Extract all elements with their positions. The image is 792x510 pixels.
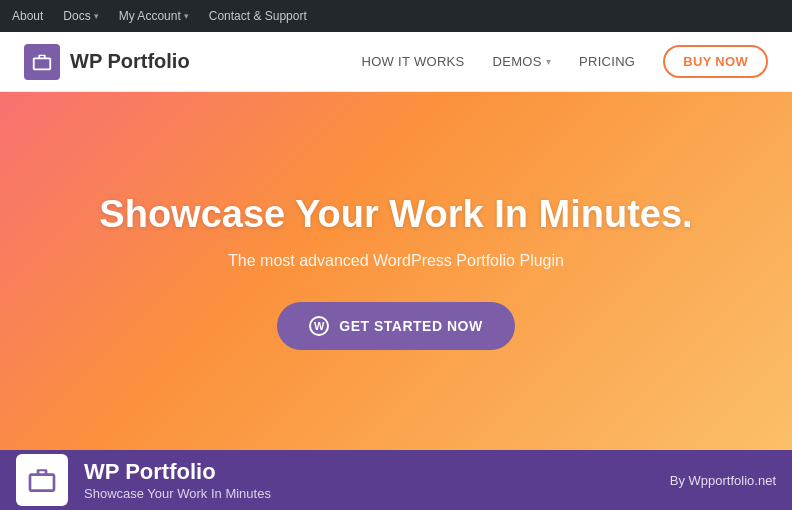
plugin-briefcase-icon (26, 464, 58, 496)
admin-bar-myaccount[interactable]: My Account ▾ (119, 9, 189, 23)
nav-links: HOW IT WORKS DEMOS ▾ PRICING BUY NOW (362, 45, 769, 78)
logo-text: WP Portfolio (70, 50, 190, 73)
plugin-info: WP Portfolio Showcase Your Work In Minut… (84, 459, 654, 500)
logo[interactable]: WP Portfolio (24, 44, 190, 80)
admin-bar-contact-label: Contact & Support (209, 9, 307, 23)
buy-now-button[interactable]: BUY NOW (663, 45, 768, 78)
admin-bar-about[interactable]: About (12, 9, 43, 23)
nav-pricing[interactable]: PRICING (579, 54, 635, 69)
nav-how-it-works[interactable]: HOW IT WORKS (362, 54, 465, 69)
info-bar: WP Portfolio Showcase Your Work In Minut… (0, 450, 792, 510)
chevron-down-icon: ▾ (546, 56, 551, 67)
logo-icon (24, 44, 60, 80)
get-started-button[interactable]: W GET STARTED NOW (277, 302, 514, 350)
hero-section: Showcase Your Work In Minutes. The most … (0, 92, 792, 450)
plugin-author: By Wpportfolio.net (670, 473, 776, 488)
hero-headline: Showcase Your Work In Minutes. (99, 192, 692, 238)
wordpress-icon: W (309, 316, 329, 336)
admin-bar: About Docs ▾ My Account ▾ Contact & Supp… (0, 0, 792, 32)
nav-how-it-works-label: HOW IT WORKS (362, 54, 465, 69)
nav-demos[interactable]: DEMOS ▾ (493, 54, 551, 69)
admin-bar-myaccount-label: My Account (119, 9, 181, 23)
chevron-down-icon: ▾ (94, 11, 99, 21)
get-started-label: GET STARTED NOW (339, 318, 482, 334)
admin-bar-contact[interactable]: Contact & Support (209, 9, 307, 23)
hero-subheadline: The most advanced WordPress Portfolio Pl… (228, 252, 564, 270)
nav-pricing-label: PRICING (579, 54, 635, 69)
main-nav: WP Portfolio HOW IT WORKS DEMOS ▾ PRICIN… (0, 32, 792, 92)
briefcase-icon (31, 51, 53, 73)
admin-bar-docs-label: Docs (63, 9, 90, 23)
chevron-down-icon: ▾ (184, 11, 189, 21)
nav-demos-label: DEMOS (493, 54, 542, 69)
admin-bar-docs[interactable]: Docs ▾ (63, 9, 98, 23)
admin-bar-about-label: About (12, 9, 43, 23)
plugin-name: WP Portfolio (84, 459, 654, 485)
plugin-icon-box (16, 454, 68, 506)
plugin-tagline: Showcase Your Work In Minutes (84, 486, 654, 501)
